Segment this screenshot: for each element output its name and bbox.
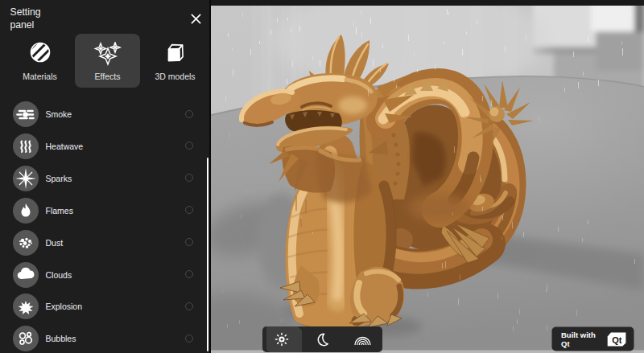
svg-text:Qt: Qt [612,335,622,345]
svg-text:Qt: Qt [561,339,570,348]
svg-text:Built with: Built with [561,330,596,339]
